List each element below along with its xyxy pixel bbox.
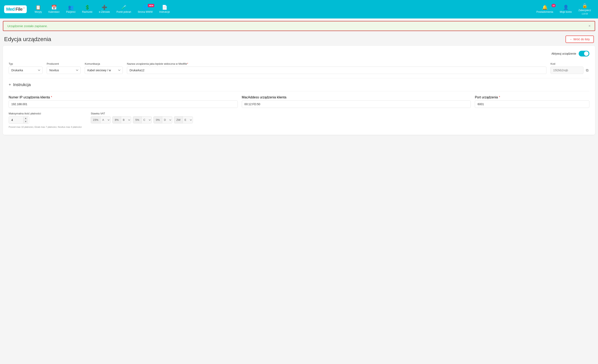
strona-www-label: Strona WWW <box>138 10 153 13</box>
activate-device-toggle[interactable] <box>579 51 589 57</box>
instrukcje-label: Instrukcje <box>159 10 170 13</box>
vat-section: Maksymalna ilość płatności ▲ ▼ Posnet ma… <box>9 112 589 128</box>
nazwa-group: Nazwa urządzenia jaka będzie widoczna w … <box>127 62 546 74</box>
instrukcja-title: Instrukcja <box>13 82 31 87</box>
page-header: Edycja urządzenia ← Wróć do listy <box>0 33 598 46</box>
instrukcje-icon: 📄 <box>162 5 167 10</box>
rachunki-label: Rachunki <box>82 10 92 13</box>
vat-stawka-group: Stawka VAT 23% ABCDE 8% ABCDE <box>91 112 193 123</box>
pacjenci-label: Pacjenci <box>66 10 75 13</box>
e-zdrowie-icon: ➕ <box>102 5 107 10</box>
typ-group: Typ Drukarka Skaner Kasjer <box>9 62 42 74</box>
typ-label: Typ <box>9 62 42 65</box>
punkt-pobran-label: Punkt pobrań <box>116 10 131 13</box>
komunikacja-select[interactable]: Kabel sieciowy / w USB Bluetooth <box>85 66 123 74</box>
komunikacja-group: Komunikacja Kabel sieciowy / w USB Bluet… <box>85 62 123 74</box>
wizyty-icon: 📋 <box>35 5 41 10</box>
sidebar-item-kalendarz[interactable]: 📅 Kalendarz <box>46 3 63 15</box>
spinner-down-button[interactable]: ▼ <box>24 120 28 123</box>
nav-zabezpiecz[interactable]: 🔒 Zabezpiecz 119:59 <box>576 2 594 17</box>
toggle-slider <box>579 51 589 57</box>
logo-registered: ® <box>23 7 25 9</box>
typ-select[interactable]: Drukarka Skaner Kasjer <box>9 66 42 74</box>
vat-letter-select-b[interactable]: ABCDE <box>121 116 131 123</box>
user-icon: 👤 <box>563 5 569 10</box>
nazwa-input[interactable] <box>127 66 546 74</box>
e-zdrowie-label: e-Zdrowie <box>99 10 110 13</box>
lock-icon: 🔒 <box>582 3 588 8</box>
vat-letter-select-d[interactable]: ABCDE <box>162 116 172 123</box>
producent-label: Producent <box>47 62 81 65</box>
sidebar-item-rachunki[interactable]: 💲 Rachunki <box>79 3 95 15</box>
back-to-list-button[interactable]: ← Wróć do listy <box>565 36 594 43</box>
vat-pct-e: ZW <box>174 116 183 123</box>
bell-icon: 🔔 <box>542 5 548 10</box>
kalendarz-icon: 📅 <box>51 5 57 10</box>
vat-pair-a: 23% ABCDE <box>91 116 111 123</box>
max-payments-input-wrap: ▲ ▼ <box>9 116 29 124</box>
vat-group-row: 23% ABCDE 8% ABCDE 5% <box>91 116 193 123</box>
device-form-card: Aktywuj urządzenie Typ Drukarka Skaner K… <box>3 46 595 135</box>
copy-kod-button[interactable]: ⧉ <box>585 67 589 73</box>
vat-letter-select-e[interactable]: ABCDE <box>183 116 193 123</box>
navbar: Med File ® 📋 Wizyty 📅 Kalendarz 👥 Pacjen… <box>0 0 598 18</box>
kod-wrap: ⧉ <box>550 66 589 74</box>
kod-label: Kod <box>550 62 589 65</box>
vat-pair-d: 0% ABCDE <box>153 116 172 123</box>
nav-powiadomienia[interactable]: 13 🔔 Powiadomienia <box>534 3 556 15</box>
port-input[interactable] <box>475 100 589 108</box>
vat-pct-b: 8% <box>112 116 121 123</box>
kod-group: Kod ⧉ <box>550 62 589 74</box>
producent-group: Producent Novitus Posnet Elzab <box>47 62 81 74</box>
nav-moje-konto[interactable]: 👤 Moje konto <box>557 3 575 15</box>
vat-pair-e: ZW ABCDE <box>174 116 193 123</box>
max-payments-hint: Posnet max 10 płatności, Elzab max 7 pła… <box>9 126 82 128</box>
spinner-buttons: ▲ ▼ <box>23 117 28 123</box>
vat-pair-c: 5% ABCDE <box>133 116 152 123</box>
rachunki-icon: 💲 <box>84 5 90 10</box>
port-label: Port urządzenia * <box>475 96 589 99</box>
port-group: Port urządzenia * <box>475 96 589 108</box>
spinner-up-button[interactable]: ▲ <box>24 117 28 120</box>
moje-konto-label: Moje konto <box>560 10 572 13</box>
sidebar-item-instrukcje[interactable]: 📄 Instrukcje <box>156 3 173 15</box>
ip-group: Numer IP urządzenia klienta * <box>9 96 238 108</box>
punkt-pobran-icon: 🧪 <box>121 5 127 10</box>
instrukcja-row: + Instrukcja <box>9 82 589 87</box>
producent-select[interactable]: Novitus Posnet Elzab <box>47 66 81 74</box>
ip-label: Numer IP urządzenia klienta * <box>9 96 238 99</box>
strona-www-icon: 🌐 <box>142 5 148 10</box>
mac-input[interactable] <box>242 100 471 108</box>
activate-device-label: Aktywuj urządzenie <box>551 52 576 55</box>
max-payments-group: Maksymalna ilość płatności ▲ ▼ Posnet ma… <box>9 112 82 128</box>
sidebar-item-pacjenci[interactable]: 👥 Pacjenci <box>63 3 78 15</box>
zabezpiecz-label: Zabezpiecz <box>579 9 591 12</box>
vat-stawka-label: Stawka VAT <box>91 112 193 115</box>
port-required-star: * <box>498 96 500 99</box>
pacjenci-icon: 👥 <box>68 5 74 10</box>
nav-right: 13 🔔 Powiadomienia 👤 Moje konto 🔒 Zabezp… <box>534 2 594 17</box>
mac-group: MacAddess urządzenia klienta <box>242 96 471 108</box>
sidebar-item-e-zdrowie[interactable]: ➕ e-Zdrowie <box>96 3 113 15</box>
kalendarz-label: Kalendarz <box>49 10 60 13</box>
powiadomienia-label: Powiadomienia <box>537 10 553 13</box>
vat-pct-c: 5% <box>133 116 142 123</box>
sidebar-item-wizyty[interactable]: 📋 Wizyty <box>32 3 45 15</box>
logo[interactable]: Med File ® <box>4 5 27 13</box>
komunikacja-label: Komunikacja <box>85 62 123 65</box>
nazwa-label: Nazwa urządzenia jaka będzie widoczna w … <box>127 62 546 65</box>
sidebar-item-strona-www[interactable]: NEW 🌐 Strona WWW <box>135 3 156 15</box>
instrukcja-plus-button[interactable]: + <box>9 82 11 87</box>
max-payments-input[interactable] <box>9 116 23 123</box>
vat-letter-select-a[interactable]: ABCDE <box>100 116 110 123</box>
vat-letter-select-c[interactable]: ABCDE <box>142 116 151 123</box>
ip-input[interactable] <box>9 100 238 108</box>
alert-message: Urządzenie zostało zapisane. <box>8 24 48 28</box>
new-badge: NEW <box>148 4 154 7</box>
sidebar-item-punkt-pobran[interactable]: 🧪 Punkt pobrań <box>114 3 134 15</box>
divider-2 <box>9 91 589 91</box>
mac-label: MacAddess urządzenia klienta <box>242 96 471 99</box>
vat-pair-b: 8% ABCDE <box>112 116 131 123</box>
max-payments-label: Maksymalna ilość płatności <box>9 112 82 115</box>
alert-close-button[interactable]: × <box>588 24 590 28</box>
